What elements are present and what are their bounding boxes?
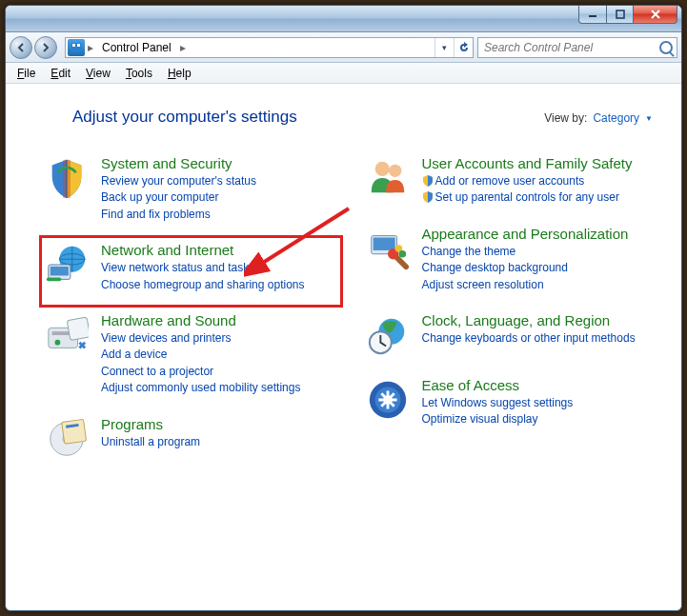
menu-view[interactable]: View (78, 65, 118, 82)
category-programs: ProgramsUninstall a program (40, 410, 342, 475)
category-link[interactable]: Set up parental controls for any user (422, 189, 659, 206)
close-button[interactable] (634, 5, 677, 24)
category-hardware-and-sound: Hardware and SoundView devices and print… (40, 307, 342, 410)
category-columns: System and SecurityReview your computer'… (40, 149, 662, 475)
category-icon (44, 155, 90, 201)
view-by-control[interactable]: View by: Category ▼ (544, 111, 653, 125)
category-user-accounts-and-family-safety: User Accounts and Family SafetyAdd or re… (361, 149, 663, 220)
category-appearance-and-personalization: Appearance and PersonalizationChange the… (361, 220, 663, 307)
svg-rect-10 (47, 278, 61, 282)
category-body: Clock, Language, and RegionChange keyboa… (422, 312, 659, 358)
address-dropdown-button[interactable]: ▾ (434, 38, 454, 57)
category-body: User Accounts and Family SafetyAdd or re… (422, 155, 659, 207)
minimize-button[interactable] (578, 5, 607, 24)
category-icon (365, 312, 411, 358)
svg-rect-22 (373, 237, 394, 249)
refresh-button[interactable] (454, 38, 473, 57)
category-link[interactable]: Change keyboards or other input methods (422, 330, 659, 347)
category-title[interactable]: Appearance and Personalization (422, 226, 659, 242)
svg-rect-14 (67, 317, 89, 340)
category-network-and-internet: Network and InternetView network status … (40, 236, 342, 307)
page-title: Adjust your computer's settings (40, 108, 544, 127)
category-link[interactable]: Change the theme (422, 244, 659, 260)
category-body: Hardware and SoundView devices and print… (101, 312, 338, 397)
category-body: ProgramsUninstall a program (101, 416, 338, 462)
category-link[interactable]: Choose homegroup and sharing options (101, 277, 338, 293)
menu-bar: File Edit View Tools Help (6, 63, 681, 84)
back-button[interactable] (10, 36, 32, 59)
category-title[interactable]: User Accounts and Family Safety (422, 155, 659, 171)
category-body: Appearance and PersonalizationChange the… (422, 226, 659, 293)
control-panel-icon (68, 39, 85, 56)
category-icon (365, 155, 411, 201)
menu-file[interactable]: File (10, 65, 43, 82)
breadcrumb-item[interactable]: Control Panel (96, 41, 177, 54)
category-link[interactable]: View devices and printers (101, 330, 338, 347)
category-link[interactable]: Uninstall a program (101, 434, 338, 450)
category-link[interactable]: Adjust commonly used mobility settings (101, 380, 338, 396)
svg-point-20 (388, 165, 400, 177)
category-link[interactable]: View network status and tasks (101, 260, 338, 276)
category-link[interactable]: Back up your computer (101, 189, 338, 206)
search-box[interactable] (477, 37, 677, 58)
breadcrumb-separator[interactable]: ▸ (177, 41, 189, 54)
window: ▸ Control Panel ▸ ▾ File Edit View Tools… (5, 5, 682, 611)
category-column: System and SecurityReview your computer'… (40, 149, 342, 475)
category-body: System and SecurityReview your computer'… (101, 155, 338, 223)
view-by-label: View by: (544, 111, 587, 125)
category-body: Ease of AccessLet Windows suggest settin… (422, 377, 659, 428)
category-icon (365, 226, 411, 271)
nav-bar: ▸ Control Panel ▸ ▾ (6, 32, 681, 63)
search-input[interactable] (482, 40, 659, 55)
view-by-value: Category (593, 111, 639, 125)
category-system-and-security: System and SecurityReview your computer'… (40, 149, 342, 236)
svg-point-19 (374, 162, 389, 176)
svg-point-25 (398, 250, 406, 258)
svg-point-30 (383, 395, 393, 405)
titlebar (6, 6, 681, 32)
svg-rect-1 (616, 10, 624, 18)
category-title[interactable]: Programs (101, 416, 338, 432)
menu-help[interactable]: Help (160, 65, 199, 82)
forward-button[interactable] (34, 36, 57, 59)
svg-rect-17 (62, 419, 87, 444)
category-link[interactable]: Add or remove user accounts (422, 173, 659, 189)
category-title[interactable]: Clock, Language, and Region (422, 312, 659, 328)
svg-point-13 (55, 340, 61, 346)
category-link[interactable]: Let Windows suggest settings (422, 395, 659, 411)
category-icon (44, 416, 90, 462)
svg-rect-0 (589, 15, 596, 17)
content-area: Adjust your computer's settings View by:… (6, 85, 681, 610)
window-controls (578, 5, 677, 24)
category-link[interactable]: Change desktop background (422, 260, 659, 276)
menu-edit[interactable]: Edit (43, 65, 78, 82)
category-link[interactable]: Add a device (101, 347, 338, 363)
category-clock-language-and-region: Clock, Language, and RegionChange keyboa… (361, 307, 663, 371)
svg-rect-4 (77, 44, 80, 47)
category-link[interactable]: Optimize visual display (422, 411, 659, 427)
svg-rect-9 (51, 267, 69, 276)
chevron-down-icon: ▼ (645, 114, 653, 123)
address-bar[interactable]: ▸ Control Panel ▸ ▾ (65, 37, 474, 58)
category-link[interactable]: Connect to a projector (101, 364, 338, 380)
maximize-button[interactable] (607, 5, 634, 24)
category-icon (365, 377, 411, 423)
category-ease-of-access: Ease of AccessLet Windows suggest settin… (361, 371, 663, 442)
category-body: Network and InternetView network status … (101, 242, 338, 293)
search-icon (659, 41, 673, 54)
category-icon (44, 312, 90, 358)
category-title[interactable]: Network and Internet (101, 242, 338, 258)
breadcrumb-separator: ▸ (85, 41, 96, 54)
category-column: User Accounts and Family SafetyAdd or re… (361, 149, 663, 475)
category-link[interactable]: Adjust screen resolution (422, 277, 659, 293)
menu-tools[interactable]: Tools (118, 65, 160, 82)
category-icon (44, 242, 90, 288)
category-title[interactable]: Ease of Access (422, 377, 659, 393)
svg-rect-3 (72, 44, 75, 47)
category-title[interactable]: System and Security (101, 155, 338, 171)
category-title[interactable]: Hardware and Sound (101, 312, 338, 328)
category-link[interactable]: Find and fix problems (101, 207, 338, 223)
category-link[interactable]: Review your computer's status (101, 173, 338, 189)
